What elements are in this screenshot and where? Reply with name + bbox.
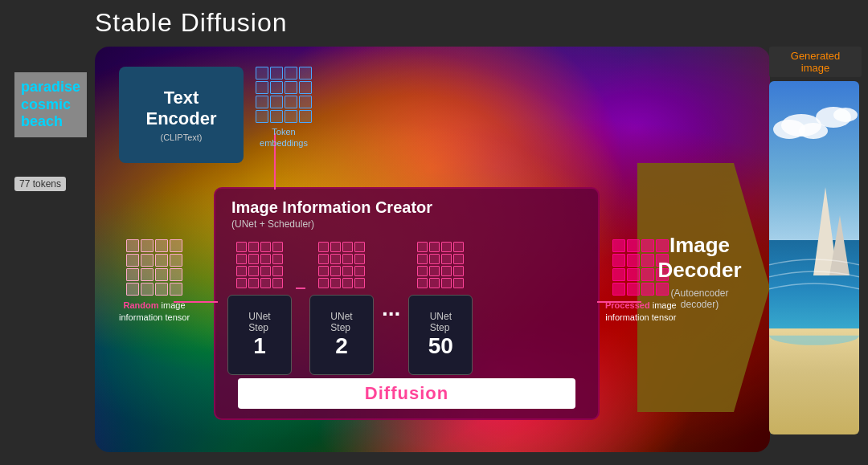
grid-cell [453,266,464,276]
grid-cell [299,67,312,80]
unet-step-1-grid-top [236,242,283,288]
grid-cell [612,268,625,281]
grid-cell [417,266,428,276]
grid-cell [126,268,139,281]
grid-cell [256,67,268,80]
text-encoder-sublabel: (CLIPText) [161,133,203,142]
unet-step-1: UNetStep 1 [227,242,292,375]
arrow-step-1-to-2 [296,288,305,289]
grid-cell [342,254,353,264]
grid-cell [170,239,182,252]
unet-step-2-number: 2 [335,333,348,359]
grid-cell [354,254,365,264]
grid-cell [236,266,247,276]
grid-cell [141,268,154,281]
grid-cell [330,254,341,264]
grid-cell [318,278,329,288]
generated-image-panel: Generated image [769,47,862,434]
grid-cell [285,67,297,80]
grid-cell [354,242,365,252]
grid-cell [453,242,464,252]
grid-cell [330,242,341,252]
unet-step-50-number: 50 [428,333,453,359]
grid-cell [236,278,247,288]
grid-cell [612,254,625,267]
grid-cell [272,266,283,276]
grid-cell [612,283,625,296]
grid-cell [453,278,464,288]
text-prompt-line3: beach [21,113,80,131]
grid-cell [126,254,139,267]
random-tensor-grid [126,239,182,296]
grid-cell [260,242,271,252]
grid-cell [417,254,428,264]
diffusion-bar: Diffusion [238,378,575,409]
main-diagram: TextEncoder (CLIPText) Tokenembeddings [95,47,770,452]
grid-cell [285,96,297,108]
grid-cell [260,278,271,288]
grid-cell [236,254,247,264]
grid-cell [330,266,341,276]
grid-cell [299,81,312,94]
grid-cell [441,266,452,276]
generated-image-label: Generated image [769,47,862,77]
grid-cell [453,254,464,264]
grid-cell [155,254,168,267]
unet-step-2: UNetStep 2 [309,242,374,375]
token-embeddings-grid [256,67,312,123]
image-decoder-box: ImageDecoder (Autoencoderdecoder) [637,143,762,400]
grid-cell [342,278,353,288]
grid-cell [299,96,312,108]
grid-cell [141,283,154,296]
grid-cell [248,266,259,276]
grid-cell [272,254,283,264]
grid-cell [126,283,139,296]
text-prompt-line1: paradise [21,79,80,96]
generated-image [769,81,859,434]
grid-cell [441,278,452,288]
grid-cell [170,268,182,281]
grid-cell [270,96,283,108]
unet-box-2: UNetStep 2 [309,295,374,375]
grid-cell [170,254,182,267]
grid-cell [256,81,268,94]
grid-cell [270,110,283,123]
dots-separator: ... [378,296,404,321]
grid-cell [272,278,283,288]
grid-cell [299,110,312,123]
grid-cell [236,242,247,252]
unet-step-2-label: UNetStep [330,311,352,333]
grid-cell [612,239,625,252]
grid-cell [417,278,428,288]
grid-cell [330,278,341,288]
grid-cell [155,283,168,296]
grid-cell [248,254,259,264]
grid-cell [272,242,283,252]
grid-cell [285,81,297,94]
grid-cell [354,266,365,276]
grid-cell [318,266,329,276]
grid-cell [354,278,365,288]
grid-cell [141,239,154,252]
iic-subtitle: (UNet + Scheduler) [215,218,598,238]
token-count-badge: 77 tokens [14,177,66,191]
unet-step-50-label: UNetStep [430,311,452,333]
random-highlight: Random [124,300,159,310]
grid-cell [342,266,353,276]
grid-cell [248,242,259,252]
grid-cell [441,254,452,264]
grid-cell [318,254,329,264]
grid-cell [285,110,297,123]
grid-cell [260,266,271,276]
grid-cell [155,239,168,252]
grid-cell [318,242,329,252]
text-prompt-line2: cosmic [21,96,80,114]
grid-cell [170,283,182,296]
token-embeddings-container: Tokenembeddings [256,67,312,149]
iic-title: Image Information Creator [215,189,598,218]
grid-cell [141,254,154,267]
unet-step-50-grid-top [417,242,464,288]
image-decoder-label: ImageDecoder [657,233,741,283]
text-encoder-box: TextEncoder (CLIPText) [119,67,244,163]
grid-cell [260,254,271,264]
